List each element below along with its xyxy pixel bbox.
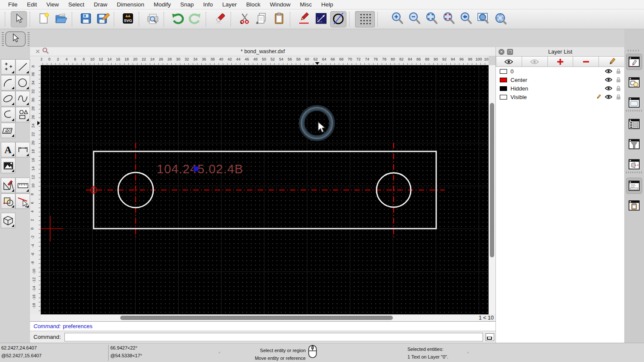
tool-circle-button[interactable] <box>15 75 30 90</box>
line-attributes-button[interactable] <box>313 11 329 27</box>
undock-panel-icon[interactable]: ❐ <box>507 49 513 55</box>
selection-pointer-button[interactable] <box>11 11 27 27</box>
menu-view[interactable]: View <box>42 1 64 8</box>
layer-row-hidden[interactable]: Hidden <box>496 84 625 93</box>
palette-pointer-button[interactable] <box>5 31 26 47</box>
zoom-out-button[interactable] <box>407 11 423 27</box>
tool-hatch-button[interactable] <box>1 123 15 138</box>
dock-layer-list-window-button[interactable] <box>626 54 642 70</box>
tool-ruler-button[interactable] <box>15 178 30 193</box>
menu-window[interactable]: Window <box>265 1 295 8</box>
v-ruler-label: -2 <box>30 235 35 239</box>
h-ruler-label: 92 <box>442 57 447 61</box>
dock-grip[interactable] <box>628 50 641 51</box>
tool-line-button[interactable] <box>15 59 30 75</box>
dock-entity-list-window-button[interactable] <box>626 116 642 132</box>
layer-lock-icon[interactable] <box>616 68 621 74</box>
show-all-layers-button[interactable] <box>496 56 522 67</box>
pen-attributes-button[interactable] <box>296 11 312 27</box>
zoom-auto-button[interactable] <box>424 11 440 27</box>
menu-dimension[interactable]: Dimension <box>112 1 149 8</box>
save-button[interactable] <box>78 11 94 27</box>
remove-layer-button[interactable] <box>573 56 599 67</box>
horizontal-scrollbar[interactable] <box>41 314 480 321</box>
tool-draw-tools-button[interactable] <box>1 178 15 193</box>
vertical-scrollbar-thumb[interactable] <box>490 103 494 257</box>
tool-polygon-shapes-button[interactable] <box>15 107 30 122</box>
save-as-button[interactable] <box>95 11 111 27</box>
vertical-scrollbar[interactable] <box>489 65 495 314</box>
delete-button[interactable] <box>212 11 228 27</box>
tool-text-button[interactable]: A <box>1 142 15 157</box>
menu-help[interactable]: Help <box>316 1 338 8</box>
dock-block-preview-window-button[interactable] <box>626 156 642 172</box>
dock-block-list-window-button[interactable] <box>626 74 642 90</box>
menu-draw[interactable]: Draw <box>89 1 112 8</box>
command-detach-button[interactable] <box>486 333 494 341</box>
paste-button[interactable] <box>271 11 287 27</box>
tool-ellipse-button[interactable] <box>1 91 15 106</box>
zoom-redraw-button[interactable] <box>441 11 457 27</box>
layer-visible-eye-icon[interactable] <box>605 69 612 74</box>
open-file-button[interactable] <box>53 11 69 27</box>
cut-button[interactable]: + <box>237 11 253 27</box>
layer-color-swatch[interactable] <box>500 86 507 91</box>
edit-layer-button[interactable] <box>599 56 625 67</box>
zoom-in-button[interactable] <box>389 11 406 27</box>
dock-selection-filter-window-button[interactable] <box>626 136 642 152</box>
close-panel-icon[interactable]: ✕ <box>498 49 504 55</box>
menu-block[interactable]: Block <box>242 1 265 8</box>
tool-select-entity-button[interactable] <box>15 193 30 209</box>
layer-color-swatch[interactable] <box>500 95 507 100</box>
menu-edit[interactable]: Edit <box>22 1 42 8</box>
tool-solid-3d-button[interactable] <box>1 213 15 228</box>
menu-snap[interactable]: Snap <box>176 1 199 8</box>
undo-button[interactable] <box>170 11 186 27</box>
command-input[interactable] <box>64 333 483 341</box>
drawing-canvas[interactable]: 104.245.02.4B <box>41 65 489 314</box>
layer-visible-eye-icon[interactable] <box>605 86 612 91</box>
svg-export-button[interactable]: SVG <box>120 11 136 27</box>
tool-dimension-button[interactable] <box>15 142 30 157</box>
tool-polyline-button[interactable] <box>1 107 15 122</box>
h-ruler-label: 56 <box>288 57 292 61</box>
redo-button[interactable] <box>187 11 203 27</box>
tool-arc-button[interactable] <box>1 75 15 90</box>
layer-row-0[interactable]: 0 <box>496 67 625 75</box>
layer-lock-icon[interactable] <box>616 77 621 83</box>
layer-visible-eye-icon[interactable] <box>605 77 612 82</box>
layer-color-swatch[interactable] <box>500 78 507 82</box>
menu-misc[interactable]: Misc <box>295 1 317 8</box>
layer-row-center[interactable]: Center <box>496 75 625 84</box>
dock-clipboard-window-button[interactable] <box>626 197 642 214</box>
menu-layer[interactable]: Layer <box>218 1 242 8</box>
dock-library-browser-window-button[interactable] <box>626 94 642 111</box>
new-document-button[interactable] <box>36 11 52 27</box>
layer-row-visible[interactable]: Visible <box>496 93 625 101</box>
zoom-window-button[interactable] <box>475 11 492 27</box>
layer-color-swatch[interactable] <box>500 69 507 74</box>
zoom-previous-button[interactable] <box>458 11 474 27</box>
menu-info[interactable]: Info <box>198 1 218 8</box>
add-layer-button[interactable] <box>548 56 574 67</box>
tool-image-button[interactable] <box>1 158 15 173</box>
copy-button[interactable]: + <box>254 11 270 27</box>
menu-file[interactable]: File <box>3 1 22 8</box>
horizontal-scrollbar-thumb[interactable] <box>120 316 393 320</box>
tool-spline-button[interactable] <box>15 91 30 106</box>
tool-modify-button[interactable] <box>1 193 15 209</box>
dock-command-history-window-button[interactable] <box>626 178 642 194</box>
layer-visible-eye-icon[interactable] <box>605 94 612 100</box>
menu-select[interactable]: Select <box>64 1 89 8</box>
palette-grip[interactable] <box>2 32 4 46</box>
menu-modify[interactable]: Modify <box>149 1 176 8</box>
layer-lock-icon[interactable] <box>616 85 621 91</box>
hide-all-layers-button[interactable] <box>522 56 548 67</box>
tool-points-button[interactable] <box>1 59 15 75</box>
grid-toggle-button[interactable] <box>355 11 375 27</box>
print-preview-button[interactable] <box>145 11 161 27</box>
circle-line-button[interactable] <box>330 11 346 27</box>
zoom-pan-button[interactable] <box>492 11 509 27</box>
layer-lock-icon[interactable] <box>616 94 621 100</box>
palette-grip[interactable] <box>27 32 30 46</box>
